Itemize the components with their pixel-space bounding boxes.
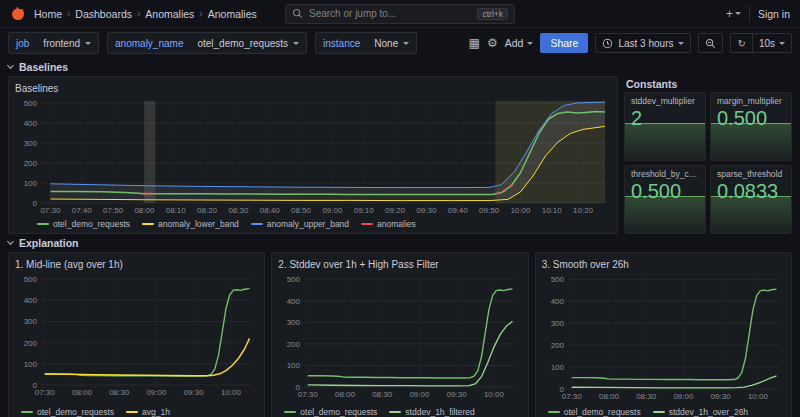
legend-swatch <box>21 411 33 413</box>
legend-label: anomaly_lower_band <box>158 219 239 229</box>
legend-item[interactable]: otel_demo_requests <box>21 407 114 417</box>
stat-panel-margin-multiplier[interactable]: margin_multiplier 0.500 <box>710 92 792 161</box>
svg-text:500: 500 <box>24 99 38 108</box>
svg-text:08:20: 08:20 <box>197 206 218 215</box>
legend-swatch <box>142 223 154 225</box>
row-header-baselines[interactable]: Baselines <box>8 59 792 74</box>
svg-text:08:30: 08:30 <box>636 392 657 401</box>
breadcrumb-folder[interactable]: Anomalies <box>145 8 194 20</box>
svg-text:09:30: 09:30 <box>710 392 731 401</box>
template-variables: job frontend anomaly_name otel_demo_requ… <box>8 32 417 54</box>
variable-label: job <box>9 33 36 53</box>
svg-text:07:50: 07:50 <box>103 206 124 215</box>
breadcrumb-separator: › <box>67 8 70 19</box>
legend-swatch <box>653 411 665 413</box>
legend-item[interactable]: otel_demo_requests <box>284 407 377 417</box>
panels-icon[interactable]: ▦ <box>469 37 480 49</box>
gear-icon[interactable]: ⚙ <box>487 37 498 49</box>
search-input[interactable]: Search or jump to... ctrl+k <box>285 4 515 24</box>
search-icon <box>292 8 303 19</box>
svg-text:07:30: 07:30 <box>40 206 61 215</box>
legend-swatch <box>37 223 49 225</box>
nav-divider <box>749 6 750 22</box>
svg-text:10:20: 10:20 <box>573 206 594 215</box>
stat-title: margin_multiplier <box>717 96 785 106</box>
breadcrumb-dashboards[interactable]: Dashboards <box>75 8 132 20</box>
variable-label: instance <box>316 33 367 53</box>
breadcrumb-separator: › <box>199 8 202 19</box>
search-shortcut-badge: ctrl+k <box>477 8 508 20</box>
svg-text:10:00: 10:00 <box>748 392 769 401</box>
svg-text:200: 200 <box>550 341 564 350</box>
row-title: Explanation <box>19 237 79 249</box>
svg-text:08:00: 08:00 <box>599 392 620 401</box>
legend-item[interactable]: anomaly_lower_band <box>142 219 239 229</box>
legend-label: avg_1h <box>142 407 170 417</box>
grafana-logo-icon[interactable] <box>10 6 26 22</box>
stat-panel-stddev-multiplier[interactable]: stddev_multiplier 2 <box>624 92 706 161</box>
timeseries-chart[interactable]: 010020030040050007:3008:0008:3009:0009:3… <box>278 272 521 404</box>
svg-text:08:40: 08:40 <box>260 206 281 215</box>
panel-title[interactable]: 1. Mid-line (avg over 1h) <box>15 256 258 272</box>
svg-text:09:00: 09:00 <box>322 206 343 215</box>
timeseries-chart[interactable]: 010020030040050007:3008:0008:3009:0009:3… <box>15 272 258 404</box>
stat-value: 0.500 <box>717 107 785 130</box>
timeseries-chart[interactable]: 010020030040050007:3007:4007:5008:0008:1… <box>15 96 611 216</box>
svg-text:200: 200 <box>287 340 301 349</box>
stat-panel-sparse-threshold[interactable]: sparse_threshold 0.0833 <box>710 165 792 234</box>
svg-text:08:50: 08:50 <box>291 206 312 215</box>
variable-anomaly-name[interactable]: anomaly_name otel_demo_requests <box>107 32 307 54</box>
svg-text:0: 0 <box>33 199 38 208</box>
legend-label: anomaly_upper_band <box>267 219 349 229</box>
chevron-down-icon <box>7 61 14 68</box>
svg-text:08:00: 08:00 <box>335 390 356 399</box>
panel-smooth-26h: 3. Smooth over 26h 010020030040050007:30… <box>535 252 792 417</box>
add-button[interactable]: Add <box>505 37 534 49</box>
svg-text:07:30: 07:30 <box>35 388 56 397</box>
panel-title[interactable]: 3. Smooth over 26h <box>542 256 785 272</box>
legend-item[interactable]: anomalies <box>361 219 416 229</box>
legend-item[interactable]: avg_1h <box>126 407 170 417</box>
legend-label: otel_demo_requests <box>53 219 130 229</box>
variable-value: otel_demo_requests <box>190 33 306 53</box>
sign-in-button[interactable]: Sign in <box>758 8 790 20</box>
variable-instance[interactable]: instance None <box>315 32 417 54</box>
svg-text:08:10: 08:10 <box>166 206 187 215</box>
zoom-out-button[interactable] <box>698 33 723 53</box>
row-header-explanation[interactable]: Explanation <box>8 235 792 250</box>
legend-swatch <box>389 411 401 413</box>
stat-value: 0.500 <box>631 180 699 203</box>
time-range-picker[interactable]: Last 3 hours <box>595 33 691 53</box>
panel-title[interactable]: Baselines <box>15 80 611 96</box>
breadcrumb-home[interactable]: Home <box>34 8 62 20</box>
svg-text:08:00: 08:00 <box>134 206 155 215</box>
legend-swatch <box>126 411 138 413</box>
legend-item[interactable]: anomaly_upper_band <box>251 219 349 229</box>
svg-text:07:40: 07:40 <box>72 206 93 215</box>
chevron-down-icon <box>779 42 785 45</box>
new-menu-button[interactable]: + <box>726 8 741 20</box>
legend-item[interactable]: stddev_1h_filtered <box>389 407 474 417</box>
chart-legend: otel_demo_requestsavg_1h <box>15 404 258 417</box>
chevron-down-icon <box>403 42 409 45</box>
share-button[interactable]: Share <box>540 33 588 53</box>
panel-title[interactable]: 2. Stddev over 1h + High Pass Filter <box>278 256 521 272</box>
chevron-down-icon <box>7 237 14 244</box>
chevron-down-icon <box>527 42 533 45</box>
legend-label: anomalies <box>377 219 416 229</box>
refresh-button[interactable]: ↻ <box>731 34 751 52</box>
svg-text:07:30: 07:30 <box>298 390 319 399</box>
timeseries-chart[interactable]: 010020030040050007:3008:0008:3009:0009:3… <box>542 272 785 404</box>
svg-text:100: 100 <box>287 361 301 370</box>
refresh-interval-picker[interactable]: 10s <box>752 34 791 52</box>
legend-item[interactable]: otel_demo_requests <box>548 407 641 417</box>
stat-panel-threshold-by-covar[interactable]: threshold_by_covar 0.500 <box>624 165 706 234</box>
legend-item[interactable]: otel_demo_requests <box>37 219 130 229</box>
svg-text:400: 400 <box>24 119 38 128</box>
legend-label: otel_demo_requests <box>37 407 114 417</box>
legend-item[interactable]: stddev_1h_over_26h <box>653 407 748 417</box>
svg-text:200: 200 <box>24 159 38 168</box>
svg-text:08:30: 08:30 <box>228 206 249 215</box>
variable-job[interactable]: job frontend <box>8 32 99 54</box>
dashboard-toolbar: job frontend anomaly_name otel_demo_requ… <box>0 28 800 58</box>
